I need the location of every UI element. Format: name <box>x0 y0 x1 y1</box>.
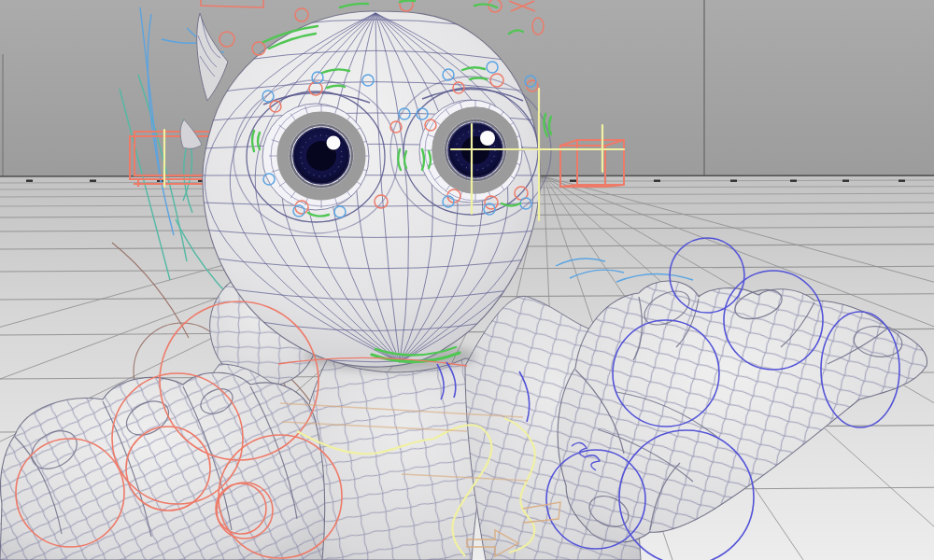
3d-scene[interactable] <box>0 0 934 560</box>
right-eye-highlight <box>480 131 495 146</box>
left-eye-highlight <box>327 136 341 150</box>
viewport-canvas[interactable] <box>0 0 934 560</box>
